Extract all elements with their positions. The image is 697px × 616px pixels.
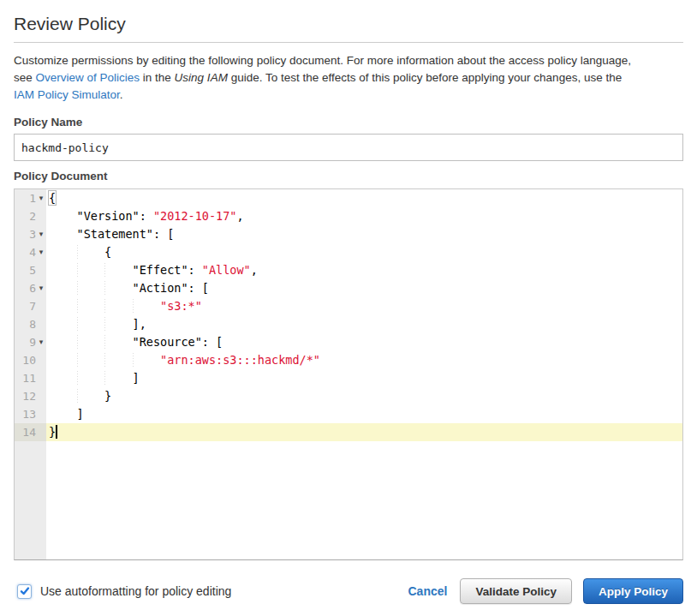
code-line-2[interactable]: "Version": "2012-10-17", xyxy=(46,207,682,225)
code-line-8[interactable]: ], xyxy=(46,315,682,333)
code-token-ind xyxy=(49,407,77,421)
code-token-plain: ], xyxy=(133,317,146,331)
code-token-ind xyxy=(49,227,77,241)
code-token-str: "arn:aws:s3:::hackmd/*" xyxy=(160,353,320,367)
fold-spacer xyxy=(36,315,46,333)
code-token-ind xyxy=(133,353,161,367)
line-number: 9 xyxy=(29,333,36,351)
code-token-ind xyxy=(49,371,77,385)
line-number: 8 xyxy=(29,315,36,333)
line-number: 4 xyxy=(29,243,36,261)
gutter-line-11: 11 xyxy=(15,369,46,387)
policy-name-input[interactable] xyxy=(14,134,683,161)
code-token-ind xyxy=(77,335,105,349)
code-line-1[interactable]: { xyxy=(46,189,682,207)
fold-spacer xyxy=(36,297,46,315)
line-number: 7 xyxy=(29,297,36,315)
description-line2-pre: see xyxy=(14,71,36,84)
text-cursor xyxy=(56,425,57,439)
gutter-line-14: 14 xyxy=(15,423,46,441)
code-token-ind xyxy=(77,281,105,295)
fold-chevron-down-icon[interactable]: ▾ xyxy=(36,225,46,243)
code-token-plain: , xyxy=(251,263,258,277)
page-title: Review Policy xyxy=(14,14,683,34)
line-number: 5 xyxy=(29,261,36,279)
gutter-line-7: 7 xyxy=(15,297,46,315)
overview-of-policies-link[interactable]: Overview of Policies xyxy=(36,71,140,84)
code-token-ind xyxy=(49,353,77,367)
autoformat-label: Use autoformatting for policy editing xyxy=(40,584,231,598)
validate-policy-button[interactable]: Validate Policy xyxy=(460,578,572,604)
fold-chevron-down-icon[interactable]: ▾ xyxy=(36,243,46,261)
autoformat-option[interactable]: Use autoformatting for policy editing xyxy=(14,584,231,599)
code-token-ind xyxy=(104,371,133,385)
line-number: 1 xyxy=(29,189,36,207)
code-token-plain: ] xyxy=(77,407,84,421)
editor-code-area[interactable]: { "Version": "2012-10-17", "Statement": … xyxy=(46,189,682,559)
code-line-5[interactable]: "Effect": "Allow", xyxy=(46,261,682,279)
code-token-ind xyxy=(49,281,77,295)
code-line-11[interactable]: ] xyxy=(46,369,682,387)
line-number: 10 xyxy=(22,351,36,369)
description-line3-post: . xyxy=(120,88,123,101)
code-token-ind xyxy=(104,299,133,313)
fold-chevron-down-icon[interactable]: ▾ xyxy=(36,333,46,351)
gutter-line-8: 8 xyxy=(15,315,46,333)
code-line-3[interactable]: "Statement": [ xyxy=(46,225,682,243)
code-token-ind xyxy=(49,263,77,277)
code-line-12[interactable]: } xyxy=(46,387,682,405)
autoformat-checkbox[interactable] xyxy=(17,584,32,599)
code-token-ind xyxy=(49,335,77,349)
cancel-link[interactable]: Cancel xyxy=(408,584,448,598)
using-iam-guide-text: Using IAM xyxy=(175,71,228,84)
code-line-10[interactable]: "arn:aws:s3:::hackmd/*" xyxy=(46,351,682,369)
code-token-ind xyxy=(77,389,105,403)
gutter-line-3: 3▾ xyxy=(15,225,46,243)
description-line1: Customize permissions by editing the fol… xyxy=(14,54,631,67)
gutter-line-12: 12 xyxy=(15,387,46,405)
iam-policy-simulator-link[interactable]: IAM Policy Simulator xyxy=(14,88,120,101)
code-token-ind xyxy=(133,299,161,313)
code-line-14[interactable]: } xyxy=(46,423,682,441)
code-token-ind xyxy=(77,299,105,313)
check-icon xyxy=(20,586,30,596)
code-token-plain: } xyxy=(104,389,111,403)
code-line-4[interactable]: { xyxy=(46,243,682,261)
description-line2-mid1: in the xyxy=(140,71,175,84)
code-line-9[interactable]: "Resource": [ xyxy=(46,333,682,351)
code-token-str: "Allow" xyxy=(202,263,251,277)
line-number: 2 xyxy=(29,207,36,225)
gutter-line-10: 10 xyxy=(15,351,46,369)
code-token-plain: "Action": [ xyxy=(133,281,209,295)
code-token-ind xyxy=(104,281,133,295)
fold-chevron-down-icon[interactable]: ▾ xyxy=(36,279,46,297)
gutter-line-4: 4▾ xyxy=(15,243,46,261)
gutter-line-1: 1▾ xyxy=(15,189,46,207)
description-line2-mid2: guide. To test the effects of this polic… xyxy=(228,71,622,84)
code-token-ind xyxy=(104,353,133,367)
line-number: 14 xyxy=(22,423,36,441)
policy-name-label: Policy Name xyxy=(14,116,683,129)
code-line-6[interactable]: "Action": [ xyxy=(46,279,682,297)
editor-gutter: 1▾23▾4▾56▾789▾1011121314 xyxy=(15,189,46,559)
code-line-13[interactable]: ] xyxy=(46,405,682,423)
fold-spacer xyxy=(36,405,46,423)
code-token-str: "2012-10-17" xyxy=(153,209,237,223)
gutter-line-2: 2 xyxy=(15,207,46,225)
code-token-plain: "Version": xyxy=(77,209,153,223)
code-token-ind xyxy=(49,317,77,331)
code-token-plain: { xyxy=(104,245,111,259)
apply-policy-button[interactable]: Apply Policy xyxy=(583,578,683,604)
code-token-ind xyxy=(49,389,77,403)
code-token-plain: "Resource": [ xyxy=(133,335,223,349)
code-line-7[interactable]: "s3:*" xyxy=(46,297,682,315)
fold-spacer xyxy=(36,261,46,279)
code-token-plain: "Effect": xyxy=(133,263,202,277)
code-token-ind xyxy=(49,209,77,223)
fold-chevron-down-icon[interactable]: ▾ xyxy=(36,189,46,207)
fold-spacer xyxy=(36,351,46,369)
gutter-line-13: 13 xyxy=(15,405,46,423)
policy-document-editor[interactable]: 1▾23▾4▾56▾789▾1011121314 { "Version": "2… xyxy=(14,188,683,560)
code-token-ind xyxy=(77,371,105,385)
footer-bar: Use autoformatting for policy editing Ca… xyxy=(14,578,683,604)
